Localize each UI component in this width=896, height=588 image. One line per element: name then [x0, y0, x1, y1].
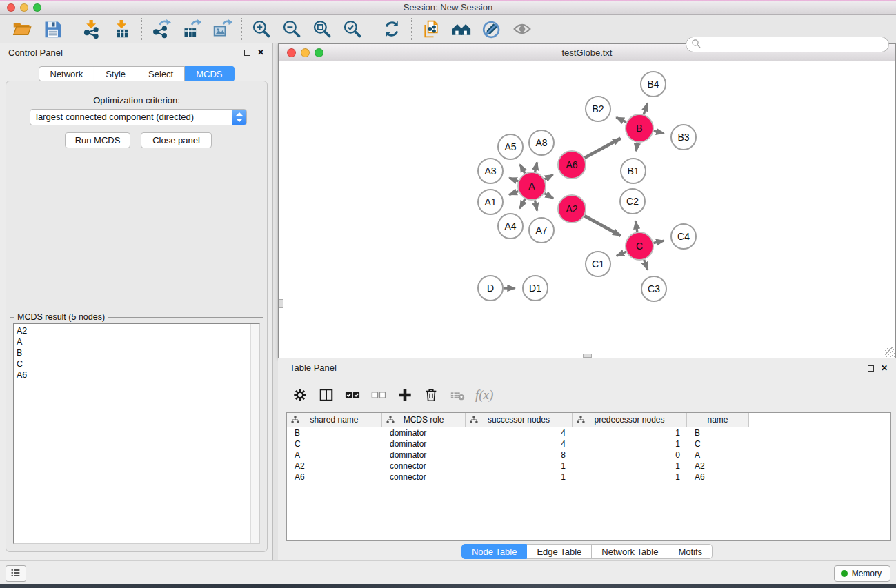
mcds-result-item[interactable]: B [14, 347, 250, 358]
minimize-window-button[interactable] [20, 3, 28, 12]
graph-node-B2[interactable]: B2 [586, 97, 610, 121]
search-input[interactable] [701, 39, 888, 51]
zoom-out-icon[interactable] [281, 19, 302, 39]
memory-label: Memory [852, 569, 882, 578]
network-resize-grip[interactable] [885, 347, 895, 357]
graph-node-A2[interactable]: A2 [558, 195, 586, 223]
close-panel-button[interactable]: Close panel [141, 132, 212, 148]
zoom-fit-icon[interactable] [312, 19, 332, 39]
network-view-window[interactable]: testGlobe.txt AA1A2A3A4A5A6A7A8BB1B2B3B4… [278, 43, 896, 358]
column-header-predecessor-nodes[interactable]: predecessor nodes [573, 413, 687, 427]
application-window: Session: New Session Control Panel ✕ Net… [0, 0, 896, 588]
network-canvas[interactable]: AA1A2A3A4A5A6A7A8BB1B2B3B4CC1C2C3C4DD1 [279, 61, 895, 358]
column-header-shared-name[interactable]: shared name [287, 413, 382, 427]
zoom-in-icon[interactable] [251, 19, 272, 39]
home-icon[interactable] [451, 19, 472, 39]
save-session-icon[interactable] [42, 19, 63, 39]
tab-motifs[interactable]: Motifs [668, 544, 713, 559]
control-panel-header: Control Panel ✕ [0, 43, 272, 63]
table-cell: A2 [687, 460, 749, 472]
graph-node-A3[interactable]: A3 [478, 159, 503, 183]
table-row[interactable]: Adominator80A [287, 449, 890, 460]
table-cell: 1 [573, 460, 687, 472]
tab-mcds[interactable]: MCDS [185, 66, 234, 81]
network-left-handle[interactable] [279, 299, 283, 308]
zoom-selected-icon[interactable] [342, 19, 363, 39]
column-hierarchy-icon [291, 416, 299, 424]
close-window-button[interactable] [7, 3, 15, 12]
graph-node-C1[interactable]: C1 [586, 252, 610, 276]
task-history-button[interactable] [6, 565, 26, 582]
graph-node-A6[interactable]: A6 [558, 151, 586, 179]
mcds-result-list[interactable]: A2ABCA6 [13, 323, 260, 544]
tab-style[interactable]: Style [94, 66, 137, 81]
graph-edge-B-B4 [644, 103, 647, 114]
graph-node-B4[interactable]: B4 [641, 72, 666, 97]
node-table[interactable]: shared nameMCDS rolesuccessor nodesprede… [286, 412, 891, 541]
column-header-MCDS-role[interactable]: MCDS role [382, 413, 466, 427]
control-panel-tabs: NetworkStyleSelectMCDS [38, 66, 234, 81]
graph-node-D[interactable]: D [478, 276, 503, 301]
export-image-icon[interactable] [212, 19, 232, 39]
optimization-criterion-select[interactable]: largest connected component (directed) [30, 109, 247, 125]
graph-node-B[interactable]: B [626, 114, 653, 142]
mcds-result-scrollbar[interactable] [250, 324, 259, 543]
deselect-all-icon[interactable] [370, 387, 387, 403]
table-row[interactable]: Bdominator41B [287, 427, 890, 438]
export-network-icon[interactable] [151, 19, 172, 39]
tab-node-table[interactable]: Node Table [461, 544, 528, 559]
float-table-panel-icon[interactable] [868, 365, 874, 372]
float-panel-icon[interactable] [244, 50, 250, 56]
mcds-result-item[interactable]: A2 [14, 325, 250, 336]
toolbar-separator [72, 18, 72, 40]
graph-node-B1[interactable]: B1 [621, 159, 646, 183]
select-stepper-icon[interactable] [232, 110, 246, 125]
graph-node-A1[interactable]: A1 [478, 190, 503, 214]
graph-node-A7[interactable]: A7 [529, 218, 554, 243]
show-view-icon[interactable] [512, 19, 532, 39]
table-row[interactable]: A6connector11A6 [287, 472, 890, 483]
graph-node-A[interactable]: A [518, 172, 546, 200]
graph-node-D1[interactable]: D1 [523, 276, 548, 301]
run-mcds-button[interactable]: Run MCDS [65, 132, 130, 148]
hide-annotations-icon[interactable] [481, 19, 502, 39]
column-header-successor-nodes[interactable]: successor nodes [466, 413, 573, 427]
panel-columns-icon[interactable] [318, 387, 335, 403]
refresh-icon[interactable] [381, 19, 402, 39]
tab-network[interactable]: Network [38, 66, 94, 81]
graph-node-A8[interactable]: A8 [529, 130, 554, 155]
network-bottom-handle[interactable] [583, 354, 592, 358]
graph-node-C4[interactable]: C4 [671, 224, 696, 249]
graph-node-B3[interactable]: B3 [671, 125, 696, 150]
table-row[interactable]: Cdominator41C [287, 438, 890, 449]
select-all-icon[interactable] [344, 387, 361, 403]
close-panel-icon[interactable]: ✕ [257, 48, 264, 57]
add-row-icon[interactable] [397, 387, 413, 403]
table-cell: A [287, 449, 382, 460]
column-header-name[interactable]: name [687, 413, 749, 427]
tab-edge-table[interactable]: Edge Table [527, 544, 592, 559]
import-table-icon[interactable] [112, 19, 132, 39]
delete-row-icon[interactable] [423, 387, 439, 403]
import-network-icon[interactable] [81, 19, 102, 39]
table-row[interactable]: A2connector11A2 [287, 460, 890, 472]
copy-network-icon[interactable] [421, 19, 441, 39]
search-field[interactable] [686, 37, 889, 52]
graph-node-C2[interactable]: C2 [620, 189, 645, 214]
graph-node-C[interactable]: C [626, 232, 653, 260]
graph-node-C3[interactable]: C3 [641, 276, 666, 301]
mcds-result-item[interactable]: A6 [14, 369, 250, 381]
graph-node-A4[interactable]: A4 [498, 214, 523, 239]
mcds-result-item[interactable]: C [14, 358, 250, 369]
memory-button[interactable]: Memory [834, 565, 890, 582]
graph-node-A5[interactable]: A5 [498, 134, 523, 159]
window-titlebar[interactable]: Session: New Session [0, 0, 896, 15]
tab-network-table[interactable]: Network Table [592, 544, 668, 559]
mcds-result-item[interactable]: A [14, 336, 250, 347]
close-table-panel-icon[interactable]: ✕ [881, 364, 888, 372]
zoom-window-button[interactable] [33, 3, 41, 12]
tab-select[interactable]: Select [137, 66, 185, 81]
open-session-icon[interactable] [12, 19, 32, 39]
export-table-icon[interactable] [181, 19, 202, 39]
settings-icon[interactable] [292, 387, 308, 403]
